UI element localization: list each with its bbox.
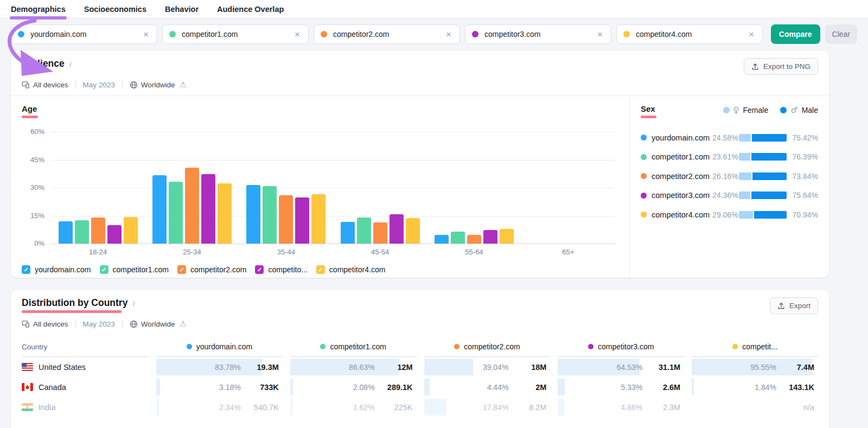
close-icon[interactable]: × <box>293 29 302 40</box>
domain-input-2[interactable]: competitor1.com× <box>162 24 309 44</box>
close-icon[interactable]: × <box>142 29 150 40</box>
age-bar-group-65+ <box>521 132 615 244</box>
legend-checkbox[interactable]: ✓ <box>255 265 264 274</box>
share-percent: 17.84% <box>483 403 508 412</box>
traffic-value: n/a <box>786 403 814 412</box>
legend-label: competitor4.com <box>329 265 385 274</box>
x-axis-label: 55-64 <box>427 248 521 256</box>
legend-item-competitor3.com[interactable]: ✓competito... <box>255 265 307 274</box>
share-percent: 5.33% <box>621 383 642 392</box>
domain-column-header-2: competitor1.com <box>290 342 417 357</box>
female-icon: ♀ <box>733 105 739 115</box>
legend-item-competitor4.com[interactable]: ✓competitor4.com <box>316 265 385 274</box>
metric-cell: 1.62%225K <box>290 397 417 417</box>
traffic-value: 2.3M <box>652 403 680 412</box>
sex-domain-name: competitor4.com <box>652 210 710 219</box>
domain-input-1[interactable]: yourdomain.com× <box>11 24 157 44</box>
age-bar-group-35-44 <box>239 132 333 244</box>
legend-item-competitor2.com[interactable]: ✓competitor2.com <box>177 265 246 274</box>
traffic-value: 18M <box>518 363 546 372</box>
bar-competitor2.com <box>279 195 293 244</box>
sex-row-competitor4.com: competitor4.com29.06%70.94% <box>641 205 818 225</box>
tab-socioeconomics[interactable]: Socioeconomics <box>84 1 146 18</box>
domain-name: competitor1.com <box>182 30 293 39</box>
y-axis-tick: 15% <box>20 212 44 220</box>
y-axis-tick: 0% <box>20 239 44 247</box>
legend-label: competito... <box>268 265 307 274</box>
domain-column-label: competit... <box>742 342 777 351</box>
bar-competitor2.com <box>467 235 481 244</box>
legend-checkbox[interactable]: ✓ <box>22 265 30 274</box>
domain-column-label: competitor2.com <box>464 342 520 351</box>
bar-competitor1.com <box>75 220 89 244</box>
country-table: Countryyourdomain.comcompetitor1.comcomp… <box>11 342 829 417</box>
legend-item-competitor1.com[interactable]: ✓competitor1.com <box>100 265 169 274</box>
age-bar-group-25-34 <box>145 132 239 244</box>
domain-color-dot <box>472 31 478 37</box>
in-flag-icon <box>22 403 33 411</box>
age-x-labels: 18-2425-3435-4445-5455-6465+ <box>51 248 615 256</box>
country-name: India <box>39 403 55 412</box>
metric-cell: 95.55%7.4M <box>692 357 818 377</box>
domain-input-5[interactable]: competitor4.com× <box>616 24 763 44</box>
male-icon: ♂ <box>790 105 797 115</box>
export-button[interactable]: Export <box>770 297 818 314</box>
warning-icon[interactable]: ⚠ <box>180 319 187 329</box>
audience-meta: All devices May 2023 Worldwide ⚠ <box>11 75 829 95</box>
warning-icon[interactable]: ⚠ <box>180 80 187 90</box>
tab-bar: DemographicsSocioeconomicsBehaviorAudien… <box>0 0 868 18</box>
compare-button[interactable]: Compare <box>771 24 820 44</box>
export-label: Export <box>789 302 810 310</box>
domain-color-dot <box>18 31 24 37</box>
domain-input-3[interactable]: competitor2.com× <box>314 24 460 44</box>
traffic-value: 143.1K <box>786 383 814 392</box>
y-axis-tick: 30% <box>20 183 44 191</box>
bar-yourdomain.com <box>341 222 355 244</box>
domain-input-4[interactable]: competitor3.com× <box>465 24 611 44</box>
country-name: United States <box>39 363 86 372</box>
export-to-png-button[interactable]: Export to PNG <box>744 58 818 75</box>
clear-button[interactable]: Clear <box>825 24 857 44</box>
metric-cell: 5.33%2.6M <box>558 377 684 397</box>
country-title-highlight <box>22 310 122 313</box>
tab-audience-overlap[interactable]: Audience Overlap <box>217 1 284 18</box>
meta-divider <box>122 320 123 328</box>
female-percent: 23.61% <box>712 152 738 161</box>
bar-competitor3.com <box>201 174 215 244</box>
devices-icon <box>22 320 30 328</box>
age-chart-title: Age <box>22 104 37 113</box>
sex-domain-name: yourdomain.com <box>652 133 710 142</box>
meta-divider <box>75 320 76 328</box>
country-column-header: Country <box>22 343 149 357</box>
domain-name: competitor3.com <box>484 30 596 39</box>
traffic-value: 733K <box>251 383 279 392</box>
bar-competitor2.com <box>185 168 199 244</box>
sex-row-competitor2.com: competitor2.com26.16%73.84% <box>641 167 818 186</box>
legend-item-yourdomain.com[interactable]: ✓yourdomain.com <box>22 265 91 274</box>
male-bar-segment <box>750 153 787 161</box>
close-icon[interactable]: × <box>747 29 756 40</box>
legend-checkbox[interactable]: ✓ <box>177 265 186 274</box>
country-title: Distribution by Country <box>22 297 127 309</box>
close-icon[interactable]: × <box>596 29 604 40</box>
tab-behavior[interactable]: Behavior <box>165 1 199 18</box>
tab-demographics[interactable]: Demographics <box>11 1 66 18</box>
domain-column-label: competitor1.com <box>330 342 386 351</box>
domain-color-dot <box>169 31 176 37</box>
legend-checkbox[interactable]: ✓ <box>316 265 325 274</box>
domain-column-label: yourdomain.com <box>196 342 253 351</box>
legend-checkbox[interactable]: ✓ <box>100 265 108 274</box>
share-percent: 95.55% <box>751 363 776 372</box>
close-icon[interactable]: × <box>444 29 453 40</box>
bar-competitor2.com <box>91 218 105 244</box>
info-icon[interactable]: i <box>132 299 135 308</box>
metric-cell: n/a <box>692 397 818 417</box>
age-plot: 60%45%30%15%0% <box>51 132 615 244</box>
domain-color-dot <box>588 344 593 349</box>
share-percent: 1.84% <box>755 383 776 392</box>
devices-filter: All devices <box>22 320 68 328</box>
info-icon[interactable]: i <box>69 60 72 69</box>
bar-competitor3.com <box>390 214 404 244</box>
region-filter: Worldwide <box>130 320 175 328</box>
bar-competitor1.com <box>357 218 371 244</box>
